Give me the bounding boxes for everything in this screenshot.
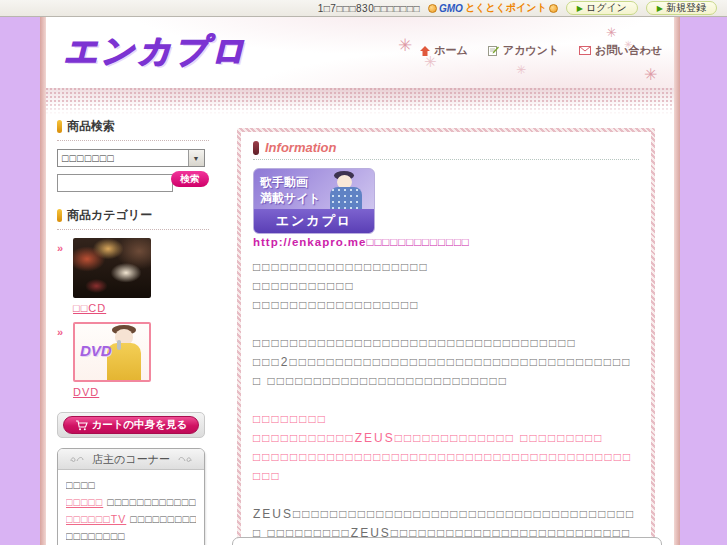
paragraph-1-line: □□□□□□□□□□□□□□□□□□□ — [253, 258, 639, 277]
owner-link-1[interactable]: □□□□□ — [66, 496, 103, 508]
register-button-label: 新規登録 — [666, 1, 706, 15]
owner-link-2[interactable]: □□□□□□TV — [66, 513, 126, 525]
search-section-heading: 商品検索 — [57, 118, 209, 141]
enkapro-banner[interactable]: 歌手動画 満載サイト エンカプロ — [253, 168, 375, 234]
site-logo[interactable]: エンカプロ — [64, 29, 248, 74]
account-icon — [488, 45, 499, 56]
cd-category-image[interactable] — [73, 238, 151, 298]
scroll-curl-icon — [70, 455, 84, 463]
owner-corner-box: 店主のコーナー □□□□ □□□□□ □□□□□□□□□□□□□ □□□□□□T… — [57, 448, 205, 545]
top-utility-bar: 1□7□□□830□□□□□□□ GMO とくとくポイント ▶ ログイン ▶ 新… — [0, 0, 727, 17]
sparkle-icon: ✳ — [398, 35, 412, 56]
owner-text-line: □□□□□□TV □□□□□□□□□□□□ — [66, 511, 196, 528]
cart-button-panel: カートの中身を見る — [57, 412, 205, 438]
search-row: 検索 — [57, 171, 209, 193]
information-heading: Information — [253, 140, 639, 160]
home-icon — [420, 46, 430, 56]
dvd-image-text: DVD — [80, 342, 112, 359]
owner-text: □□□□□□□□□□□□ — [126, 513, 196, 525]
microphone-icon — [117, 340, 121, 350]
double-chevron-icon: » — [57, 326, 63, 338]
owner-corner-header: 店主のコーナー — [58, 449, 204, 470]
nav-contact[interactable]: お問い合わせ — [579, 43, 662, 58]
coin-icon — [549, 4, 558, 13]
chevron-down-icon: ▼ — [192, 155, 200, 162]
paragraph-1-line: □□□□□□□□□□□□□□□□□□ — [253, 296, 639, 315]
search-button[interactable]: 検索 — [171, 171, 209, 187]
dvd-category-link[interactable]: DVD — [73, 386, 99, 398]
arrow-icon: ▶ — [577, 4, 583, 13]
paragraph-3-line: □□□□□□□□□□□ZEUS□□□□□□□□□□□□□ □□□□□□□□□ — [253, 429, 639, 448]
dvd-category-image[interactable]: DVD — [73, 322, 151, 382]
banner-logo-text: エンカプロ — [254, 209, 374, 233]
sparkle-icon: ✳ — [644, 65, 657, 84]
search-section-title: 商品検索 — [67, 118, 115, 135]
nav-account[interactable]: アカウント — [488, 43, 559, 58]
owner-text-line: □□□□□□□□ — [66, 528, 196, 545]
sidebar: 商品検索 □□□□□□□ ▼ 検索 商品カテゴリー » □□CD » — [57, 118, 209, 545]
owner-corner-body: □□□□ □□□□□ □□□□□□□□□□□□□ □□□□□□TV □□□□□□… — [58, 470, 204, 545]
scroll-curl-icon — [178, 455, 192, 463]
nav-home[interactable]: ホーム — [420, 43, 468, 58]
nav-account-label: アカウント — [503, 43, 559, 58]
view-cart-button[interactable]: カートの中身を見る — [63, 416, 199, 434]
information-panel: Information 歌手動画 満載サイト エンカプロ http://enka… — [237, 128, 655, 545]
banner-text-line1: 歌手動画 — [260, 174, 308, 191]
coin-icon — [428, 4, 437, 13]
mail-icon — [579, 46, 591, 55]
banner-text-line2: 満載サイト — [260, 190, 321, 207]
decorative-wave-band — [46, 88, 674, 115]
owner-text: □□□□□□□□□□□□□ — [103, 496, 196, 508]
paragraph-3: □□□□□□□□ □□□□□□□□□□□ZEUS□□□□□□□□□□□□□ □□… — [253, 410, 639, 486]
paragraph-2-line: □□□□□□□□□□□□□□□□□□□□□□□□□□□□□□□□□□□ — [253, 334, 639, 353]
gmo-logo-text: GMO — [439, 3, 463, 14]
owner-corner-title: 店主のコーナー — [92, 452, 170, 467]
category-section-heading: 商品カテゴリー — [57, 207, 209, 230]
sparkle-icon: ✳ — [516, 63, 526, 77]
points-promo-text: 1□7□□□830□□□□□□□ — [318, 3, 420, 14]
category-item-dvd: » DVD DVD — [57, 322, 209, 400]
category-section-title: 商品カテゴリー — [67, 207, 152, 224]
nav-home-label: ホーム — [434, 43, 468, 58]
heading-bar-icon — [253, 141, 259, 155]
tokutoku-point-text: とくとくポイント — [465, 1, 547, 15]
paragraph-3-line: □□□□□□□□ — [253, 410, 639, 429]
cart-icon — [75, 420, 88, 431]
information-title: Information — [265, 140, 337, 155]
page-container: エンカプロ ✳ ✳ ✳ ✳ ✳ ✳ ホーム アカウント お問い合わせ 商品 — [40, 17, 680, 545]
enkapro-url-link[interactable]: http://enkapro.me□□□□□□□□□□□□□ — [253, 236, 639, 248]
paragraph-1: □□□□□□□□□□□□□□□□□□□ □□□□□□□□□□□ □□□□□□□□… — [253, 258, 639, 315]
login-button[interactable]: ▶ ログイン — [566, 1, 638, 15]
heading-bar-icon — [57, 209, 62, 222]
figure-kimono — [107, 343, 141, 382]
category-item-cd: » □□CD — [57, 238, 209, 316]
header-nav: ホーム アカウント お問い合わせ — [420, 43, 662, 58]
category-section: 商品カテゴリー » □□CD » DVD DVD — [57, 207, 209, 400]
paragraph-2: □□□□□□□□□□□□□□□□□□□□□□□□□□□□□□□□□□□ □□□2… — [253, 334, 639, 391]
search-category-select[interactable]: □□□□□□□ ▼ — [57, 149, 205, 167]
heading-bar-icon — [57, 120, 62, 133]
site-header: エンカプロ ✳ ✳ ✳ ✳ ✳ ✳ ホーム アカウント お問い合わせ — [46, 17, 674, 88]
next-section-box — [232, 537, 662, 545]
nav-contact-label: お問い合わせ — [595, 43, 662, 58]
search-category-selected-value: □□□□□□□ — [62, 152, 115, 164]
paragraph-3-line: □□□□□□□□□□□□□□□□□□□□□□□□□□□□□□□□□□□□□□□□… — [253, 448, 639, 486]
double-chevron-icon: » — [57, 242, 63, 254]
sparkle-icon: ✳ — [606, 25, 617, 40]
page-border-left — [40, 17, 46, 545]
arrow-icon: ▶ — [657, 4, 663, 13]
cd-category-link[interactable]: □□CD — [73, 302, 106, 314]
information-panel-inner: Information 歌手動画 満載サイト エンカプロ http://enka… — [241, 132, 651, 545]
owner-text-line: □□□□□ □□□□□□□□□□□□□ — [66, 494, 196, 511]
dropdown-button[interactable]: ▼ — [188, 150, 204, 166]
register-button[interactable]: ▶ 新規登録 — [646, 1, 717, 15]
page-border-right — [674, 17, 680, 545]
login-button-label: ログイン — [586, 1, 627, 15]
owner-text-line: □□□□ — [66, 477, 196, 494]
view-cart-button-label: カートの中身を見る — [92, 418, 188, 432]
gmo-tokutoku-point-logo[interactable]: GMO とくとくポイント — [428, 1, 558, 15]
paragraph-1-line: □□□□□□□□□□□ — [253, 277, 639, 296]
search-input[interactable] — [57, 174, 173, 192]
paragraph-2-line: □□□2□□□□□□□□□□□□□□□□□□□□□□□□□□□□□□□□□□□□… — [253, 353, 639, 391]
